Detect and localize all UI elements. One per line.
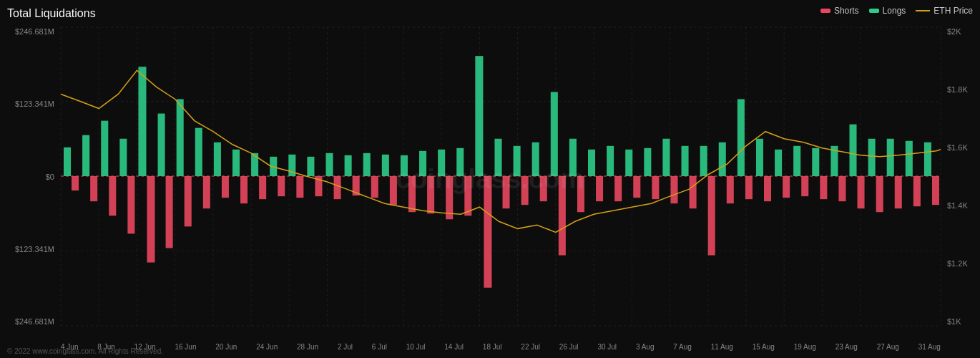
y-right-12k: $1.2K [947,259,968,268]
svg-rect-72 [464,176,471,216]
svg-rect-101 [738,99,745,176]
svg-rect-41 [177,99,184,176]
svg-rect-110 [820,176,827,199]
longs-label: Longs [883,6,906,16]
svg-rect-52 [278,176,285,196]
y-label-zero: $0 [46,173,54,181]
x-label-16: 7 Aug [673,343,692,351]
svg-rect-73 [475,56,483,176]
svg-rect-119 [906,141,913,176]
svg-rect-29 [64,147,71,176]
y-axis-right: $2K $1.8K $1.6K $1.4K $1.2K $1K [943,27,980,326]
copyright-text: © 2022 www.coinglass.com. All Rights Res… [7,347,163,355]
longs-color-swatch [869,9,879,13]
shorts-label: Shorts [834,6,859,16]
svg-rect-103 [756,139,763,176]
svg-rect-59 [345,155,352,176]
x-label-9: 10 Jul [406,343,426,351]
svg-rect-100 [727,176,734,203]
svg-rect-54 [296,176,303,198]
svg-rect-43 [195,128,202,176]
svg-rect-107 [793,146,800,176]
svg-rect-31 [82,135,89,176]
svg-rect-83 [569,139,577,176]
svg-rect-66 [408,176,416,212]
x-label-15: 3 Aug [636,343,655,351]
svg-rect-94 [670,176,677,203]
svg-rect-91 [644,148,651,176]
svg-rect-114 [858,176,865,208]
y-label-mid-top: $123.341M [15,100,54,108]
svg-rect-78 [521,176,529,205]
svg-rect-97 [700,146,707,176]
svg-rect-92 [652,176,659,199]
x-axis: 4 Jun 8 Jun 12 Jun 16 Jun 20 Jun 24 Jun … [61,343,941,351]
svg-rect-71 [456,148,464,176]
x-label-3: 16 Jun [175,343,196,351]
x-label-6: 28 Jun [297,343,318,351]
shorts-color-swatch [820,9,830,13]
svg-rect-90 [633,176,640,198]
svg-rect-113 [849,125,856,176]
svg-rect-122 [932,176,939,205]
y-label-top: $246.681M [15,27,54,36]
x-label-10: 14 Jul [444,343,464,351]
svg-rect-77 [514,146,521,176]
svg-rect-45 [214,142,221,176]
svg-rect-116 [876,176,883,212]
svg-rect-48 [240,176,248,203]
svg-rect-61 [363,153,371,176]
svg-rect-93 [662,139,670,176]
svg-rect-79 [532,142,539,176]
svg-rect-82 [559,176,566,256]
svg-rect-81 [551,92,558,176]
svg-rect-85 [588,150,595,176]
svg-rect-108 [801,176,808,196]
x-label-17: 11 Aug [711,343,733,351]
svg-rect-120 [913,176,921,206]
x-label-20: 23 Aug [836,343,858,351]
y-right-14k: $1.4K [947,201,968,210]
svg-rect-84 [577,176,584,212]
svg-rect-64 [390,176,397,205]
legend-shorts: Shorts [820,6,859,16]
chart-title: Total Liquidations [7,7,96,20]
svg-rect-62 [371,176,378,198]
x-label-7: 2 Jul [338,343,353,351]
svg-rect-104 [764,176,771,201]
svg-rect-75 [494,139,501,176]
svg-rect-112 [838,176,846,201]
svg-rect-32 [90,176,97,201]
x-label-4: 20 Jun [215,343,237,351]
svg-rect-76 [503,176,510,208]
svg-rect-86 [596,176,603,201]
y-right-18k: $1.8K [947,85,968,94]
svg-rect-95 [682,146,689,176]
svg-rect-118 [895,176,902,208]
svg-rect-47 [232,150,240,176]
svg-rect-57 [326,153,333,176]
x-label-14: 30 Jul [597,343,617,351]
y-right-16k: $1.6K [947,143,968,152]
svg-rect-80 [540,176,547,201]
main-chart [61,27,941,326]
svg-rect-117 [887,139,894,176]
svg-rect-55 [307,157,314,176]
svg-rect-99 [719,142,726,176]
svg-rect-58 [334,176,341,199]
svg-rect-87 [607,146,614,176]
svg-rect-96 [690,176,697,208]
y-label-mid-bot: $123.341M [15,245,54,253]
svg-rect-68 [427,176,434,213]
svg-rect-33 [101,121,108,176]
svg-rect-106 [783,176,790,198]
y-right-2k: $2K [947,27,961,36]
legend-eth: ETH Price [916,6,973,16]
svg-rect-39 [158,114,165,176]
svg-rect-67 [419,151,426,176]
svg-rect-98 [708,176,715,256]
x-label-5: 24 Jun [256,343,278,351]
x-label-11: 18 Jul [483,343,502,351]
x-label-13: 26 Jul [559,343,579,351]
x-label-21: 27 Aug [877,343,899,351]
